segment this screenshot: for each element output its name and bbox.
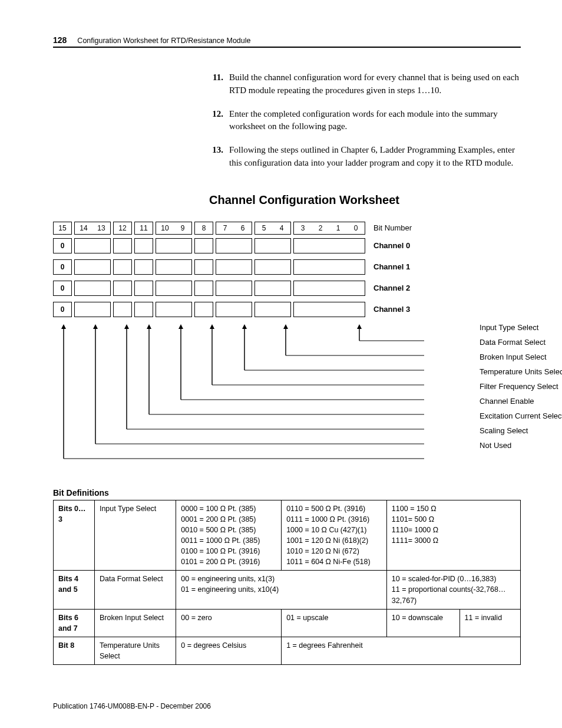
cell (273, 281, 290, 295)
cell: Bits 6 and 7 (58, 614, 78, 633)
cell: Temperature Units Select (100, 641, 160, 660)
cell (255, 281, 273, 295)
cell (156, 239, 174, 253)
cell (255, 239, 273, 253)
table-row: Bits 6 and 7 Broken Input Select 00 = ze… (54, 609, 521, 637)
header-title: Configuration Worksheet for RTD/Resistan… (77, 37, 250, 45)
cell: 0 = degrees Celsius (181, 641, 246, 650)
channel-row-2: 0 Channel 2 (53, 281, 521, 296)
cell (92, 260, 110, 274)
section-title: Channel Configuration Worksheet (209, 193, 521, 207)
cell: 0110 = 500 Ω Pt. (3916) (286, 505, 365, 513)
arrows-svg (53, 323, 430, 476)
table-row: Bits 4 and 5 Data Format Select 00 = eng… (54, 571, 521, 609)
cell (156, 281, 174, 295)
bit-cell: 5 (255, 222, 273, 234)
cell: 1110= 1000 Ω (392, 526, 438, 534)
cell (347, 281, 365, 295)
worksheet-grid: 15 1413 12 11 109 8 76 54 3210 Bit Numbe… (53, 222, 521, 476)
cell (114, 260, 131, 274)
cell: 0 (54, 281, 71, 295)
cell: Bit 8 (58, 641, 74, 650)
cell: 0010 = 500 Ω Pt. (385) (181, 526, 256, 534)
cell: 1100 = 150 Ω (392, 505, 437, 513)
cell: 01 = engineering units, x10(4) (181, 585, 279, 594)
cell (347, 260, 365, 274)
cell (294, 239, 312, 253)
cell (156, 302, 174, 317)
cell (329, 260, 347, 274)
arrow-diagram: Input Type Select Data Format Select Bro… (53, 323, 430, 476)
cell (114, 302, 131, 317)
cell: 01 = upscale (286, 614, 328, 622)
cell: 0000 = 100 Ω Pt. (385) (181, 505, 256, 513)
cell: Input Type Select (100, 505, 156, 513)
steps-list: 11. Build the channel configuration word… (209, 71, 521, 170)
cell: 0 (54, 260, 71, 274)
bit-cell: 6 (234, 222, 252, 234)
bit-cell: 10 (156, 222, 174, 234)
bit-cell: 9 (174, 222, 191, 234)
cell (75, 260, 92, 274)
cell: 10 = scaled-for-PID (0…16,383) (392, 575, 497, 583)
cell: 11 = invalid (465, 614, 503, 622)
cell (174, 281, 191, 295)
cell: Data Format Select (100, 575, 163, 583)
bit-cell: 2 (312, 222, 329, 234)
bit-cell: 12 (114, 222, 131, 234)
arrow-label: Input Type Select (480, 323, 562, 332)
cell (174, 302, 191, 317)
step-number: 13. (209, 144, 223, 170)
bit-cell: 0 (347, 222, 365, 234)
cell (92, 239, 110, 253)
cell (114, 239, 131, 253)
cell (234, 239, 252, 253)
page-number: 128 (53, 35, 67, 45)
cell (92, 302, 110, 317)
cell (195, 302, 213, 317)
cell: 11 = proportional counts(-32,768…32,767) (392, 585, 506, 604)
cell: 1001 = 120 Ω Ni (618)(2) (286, 536, 368, 545)
cell (255, 302, 273, 317)
cell: 0101 = 200 Ω Pt. (3916) (181, 558, 260, 566)
cell: Broken Input Select (100, 614, 164, 622)
cell (135, 281, 153, 295)
bit-cell: 3 (294, 222, 312, 234)
cell (329, 281, 347, 295)
bit-cell: 14 (75, 222, 92, 234)
cell: 0 (54, 239, 71, 253)
cell: 0100 = 100 Ω Pt. (3916) (181, 547, 260, 555)
bit-cell: 8 (195, 222, 213, 234)
cell (92, 281, 110, 295)
cell (312, 281, 329, 295)
cell (75, 239, 92, 253)
channel-row-0: 0 Channel 0 (53, 238, 521, 253)
cell: 1111= 3000 Ω (392, 536, 438, 545)
cell: 1011 = 604 Ω Ni-Fe (518) (286, 558, 370, 566)
cell (329, 239, 347, 253)
cell: 0001 = 200 Ω Pt. (385) (181, 515, 256, 523)
cell (329, 302, 347, 317)
cell (156, 260, 174, 274)
arrow-label: Scaling Select (480, 426, 562, 435)
channel-row-3: 0 Channel 3 (53, 302, 521, 317)
cell: 00 = engineering units, x1(3) (181, 575, 275, 583)
step-text: Following the steps outlined in Chapter … (229, 144, 521, 170)
cell (135, 239, 153, 253)
bit-cell: 13 (92, 222, 110, 234)
cell (312, 260, 329, 274)
cell (234, 281, 252, 295)
cell: Bits 4 and 5 (58, 575, 78, 594)
footer: Publication 1746-UM008B-EN-P - December … (53, 702, 211, 710)
cell (195, 260, 213, 274)
cell (216, 302, 234, 317)
channel-label: Channel 1 (373, 262, 410, 271)
cell (255, 260, 273, 274)
cell (135, 260, 153, 274)
cell: 1101= 500 Ω (392, 515, 434, 523)
step-text: Enter the completed configuration words … (229, 108, 521, 134)
step-text: Build the channel configuration word for… (229, 71, 521, 97)
arrow-label: Broken Input Select (480, 353, 562, 361)
table-row: Bit 8 Temperature Units Select 0 = degre… (54, 637, 521, 664)
step-11: 11. Build the channel configuration word… (209, 71, 521, 97)
